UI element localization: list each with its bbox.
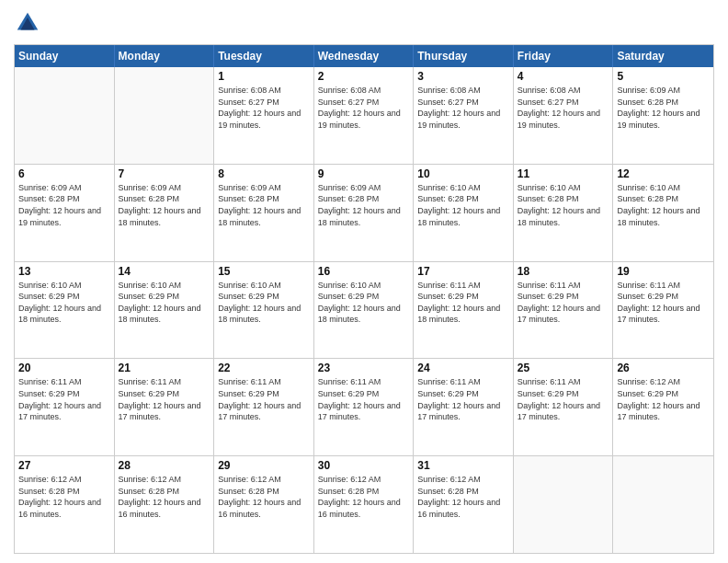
weekday-header-monday: Monday: [115, 45, 215, 67]
calendar-cell-4-6: 25Sunrise: 6:11 AM Sunset: 6:29 PM Dayli…: [514, 359, 614, 455]
day-number: 28: [119, 459, 210, 472]
day-info: Sunrise: 6:11 AM Sunset: 6:29 PM Dayligh…: [218, 376, 310, 422]
calendar-week-4: 20Sunrise: 6:11 AM Sunset: 6:29 PM Dayli…: [15, 358, 713, 455]
day-number: 6: [18, 167, 110, 180]
day-number: 22: [218, 362, 310, 374]
day-number: 5: [617, 70, 710, 83]
day-number: 29: [218, 459, 310, 472]
calendar-cell-3-7: 19Sunrise: 6:11 AM Sunset: 6:29 PM Dayli…: [613, 262, 713, 359]
day-number: 24: [417, 362, 509, 374]
calendar-cell-3-1: 13Sunrise: 6:10 AM Sunset: 6:29 PM Dayli…: [15, 262, 115, 359]
weekday-header-wednesday: Wednesday: [314, 45, 415, 67]
calendar-cell-2-5: 10Sunrise: 6:10 AM Sunset: 6:28 PM Dayli…: [414, 165, 514, 261]
day-number: 31: [417, 459, 509, 472]
calendar-cell-2-6: 11Sunrise: 6:10 AM Sunset: 6:28 PM Dayli…: [514, 165, 614, 261]
day-number: 25: [518, 362, 609, 374]
day-info: Sunrise: 6:10 AM Sunset: 6:29 PM Dayligh…: [119, 280, 210, 326]
day-info: Sunrise: 6:09 AM Sunset: 6:28 PM Dayligh…: [318, 182, 410, 228]
calendar-cell-4-7: 26Sunrise: 6:12 AM Sunset: 6:29 PM Dayli…: [613, 359, 713, 455]
calendar-body: 1Sunrise: 6:08 AM Sunset: 6:27 PM Daylig…: [15, 67, 713, 553]
day-number: 30: [318, 459, 410, 472]
calendar-cell-5-1: 27Sunrise: 6:12 AM Sunset: 6:28 PM Dayli…: [15, 456, 115, 553]
calendar-cell-5-4: 30Sunrise: 6:12 AM Sunset: 6:28 PM Dayli…: [314, 456, 415, 553]
day-info: Sunrise: 6:12 AM Sunset: 6:28 PM Dayligh…: [417, 474, 509, 520]
page: SundayMondayTuesdayWednesdayThursdayFrid…: [0, 0, 728, 563]
day-info: Sunrise: 6:08 AM Sunset: 6:27 PM Dayligh…: [318, 85, 410, 131]
day-number: 17: [417, 265, 509, 278]
calendar-cell-1-5: 3Sunrise: 6:08 AM Sunset: 6:27 PM Daylig…: [414, 67, 514, 164]
day-number: 7: [119, 167, 210, 180]
day-number: 2: [318, 70, 410, 83]
calendar-cell-2-2: 7Sunrise: 6:09 AM Sunset: 6:28 PM Daylig…: [115, 165, 215, 261]
day-number: 15: [218, 265, 310, 278]
calendar-cell-1-6: 4Sunrise: 6:08 AM Sunset: 6:27 PM Daylig…: [514, 67, 614, 164]
day-number: 18: [518, 265, 609, 278]
day-info: Sunrise: 6:11 AM Sunset: 6:29 PM Dayligh…: [119, 376, 210, 422]
day-number: 11: [518, 167, 609, 180]
calendar-cell-3-4: 16Sunrise: 6:10 AM Sunset: 6:29 PM Dayli…: [314, 262, 415, 359]
day-number: 8: [218, 167, 310, 180]
header: [14, 9, 714, 37]
day-info: Sunrise: 6:08 AM Sunset: 6:27 PM Dayligh…: [518, 85, 609, 131]
day-info: Sunrise: 6:08 AM Sunset: 6:27 PM Dayligh…: [218, 85, 310, 131]
calendar-week-5: 27Sunrise: 6:12 AM Sunset: 6:28 PM Dayli…: [15, 455, 713, 553]
calendar-header: SundayMondayTuesdayWednesdayThursdayFrid…: [15, 45, 713, 67]
calendar-cell-1-1: [15, 67, 115, 164]
day-info: Sunrise: 6:12 AM Sunset: 6:28 PM Dayligh…: [119, 474, 210, 520]
day-info: Sunrise: 6:10 AM Sunset: 6:28 PM Dayligh…: [417, 182, 509, 228]
calendar: SundayMondayTuesdayWednesdayThursdayFrid…: [14, 44, 714, 554]
calendar-week-1: 1Sunrise: 6:08 AM Sunset: 6:27 PM Daylig…: [15, 67, 713, 164]
day-info: Sunrise: 6:12 AM Sunset: 6:28 PM Dayligh…: [218, 474, 310, 520]
calendar-cell-2-1: 6Sunrise: 6:09 AM Sunset: 6:28 PM Daylig…: [15, 165, 115, 261]
day-info: Sunrise: 6:11 AM Sunset: 6:29 PM Dayligh…: [417, 376, 509, 422]
calendar-cell-4-4: 23Sunrise: 6:11 AM Sunset: 6:29 PM Dayli…: [314, 359, 415, 455]
day-number: 20: [18, 362, 110, 374]
day-info: Sunrise: 6:09 AM Sunset: 6:28 PM Dayligh…: [119, 182, 210, 228]
calendar-cell-4-3: 22Sunrise: 6:11 AM Sunset: 6:29 PM Dayli…: [214, 359, 314, 455]
calendar-cell-4-1: 20Sunrise: 6:11 AM Sunset: 6:29 PM Dayli…: [15, 359, 115, 455]
day-number: 1: [218, 70, 310, 83]
day-info: Sunrise: 6:11 AM Sunset: 6:29 PM Dayligh…: [518, 376, 609, 422]
day-info: Sunrise: 6:11 AM Sunset: 6:29 PM Dayligh…: [518, 280, 609, 326]
logo: [14, 9, 45, 37]
weekday-header-thursday: Thursday: [414, 45, 514, 67]
day-info: Sunrise: 6:11 AM Sunset: 6:29 PM Dayligh…: [617, 280, 710, 326]
day-number: 14: [119, 265, 210, 278]
calendar-cell-2-3: 8Sunrise: 6:09 AM Sunset: 6:28 PM Daylig…: [214, 165, 314, 261]
day-info: Sunrise: 6:11 AM Sunset: 6:29 PM Dayligh…: [417, 280, 509, 326]
day-number: 10: [417, 167, 509, 180]
day-info: Sunrise: 6:11 AM Sunset: 6:29 PM Dayligh…: [18, 376, 110, 422]
calendar-cell-1-7: 5Sunrise: 6:09 AM Sunset: 6:28 PM Daylig…: [613, 67, 713, 164]
day-info: Sunrise: 6:10 AM Sunset: 6:28 PM Dayligh…: [617, 182, 710, 228]
logo-icon: [14, 9, 41, 37]
calendar-cell-5-6: [514, 456, 614, 553]
day-info: Sunrise: 6:09 AM Sunset: 6:28 PM Dayligh…: [617, 85, 710, 131]
day-number: 21: [119, 362, 210, 374]
day-number: 19: [617, 265, 710, 278]
calendar-cell-1-4: 2Sunrise: 6:08 AM Sunset: 6:27 PM Daylig…: [314, 67, 415, 164]
calendar-cell-3-5: 17Sunrise: 6:11 AM Sunset: 6:29 PM Dayli…: [414, 262, 514, 359]
day-number: 16: [318, 265, 410, 278]
day-info: Sunrise: 6:12 AM Sunset: 6:28 PM Dayligh…: [18, 474, 110, 520]
calendar-cell-5-5: 31Sunrise: 6:12 AM Sunset: 6:28 PM Dayli…: [414, 456, 514, 553]
day-info: Sunrise: 6:10 AM Sunset: 6:29 PM Dayligh…: [18, 280, 110, 326]
calendar-cell-4-5: 24Sunrise: 6:11 AM Sunset: 6:29 PM Dayli…: [414, 359, 514, 455]
weekday-header-sunday: Sunday: [15, 45, 115, 67]
day-number: 27: [18, 459, 110, 472]
calendar-cell-3-2: 14Sunrise: 6:10 AM Sunset: 6:29 PM Dayli…: [115, 262, 215, 359]
calendar-cell-2-4: 9Sunrise: 6:09 AM Sunset: 6:28 PM Daylig…: [314, 165, 415, 261]
calendar-cell-5-7: [613, 456, 713, 553]
day-number: 23: [318, 362, 410, 374]
day-info: Sunrise: 6:09 AM Sunset: 6:28 PM Dayligh…: [218, 182, 310, 228]
calendar-cell-5-3: 29Sunrise: 6:12 AM Sunset: 6:28 PM Dayli…: [214, 456, 314, 553]
day-number: 26: [617, 362, 710, 374]
day-number: 3: [417, 70, 509, 83]
day-info: Sunrise: 6:11 AM Sunset: 6:29 PM Dayligh…: [318, 376, 410, 422]
calendar-cell-1-3: 1Sunrise: 6:08 AM Sunset: 6:27 PM Daylig…: [214, 67, 314, 164]
day-info: Sunrise: 6:10 AM Sunset: 6:29 PM Dayligh…: [318, 280, 410, 326]
calendar-week-3: 13Sunrise: 6:10 AM Sunset: 6:29 PM Dayli…: [15, 261, 713, 359]
day-number: 13: [18, 265, 110, 278]
weekday-header-friday: Friday: [514, 45, 614, 67]
weekday-header-saturday: Saturday: [613, 45, 713, 67]
day-number: 12: [617, 167, 710, 180]
